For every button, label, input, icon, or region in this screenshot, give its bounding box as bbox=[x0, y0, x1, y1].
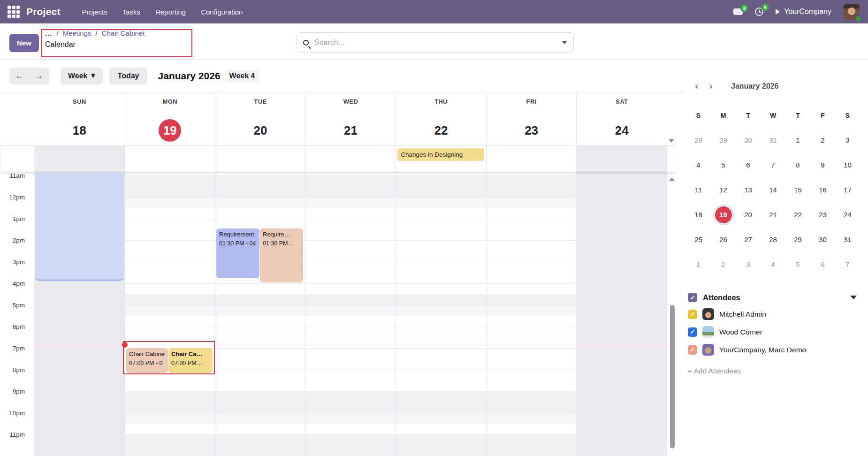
minical-day[interactable]: 27 bbox=[740, 231, 757, 248]
minical-day[interactable]: 6 bbox=[815, 256, 831, 273]
minical-day[interactable]: 5 bbox=[715, 157, 732, 174]
event-chair-cabinet-2[interactable]: Chair Ca… 07:00 PM… bbox=[168, 348, 213, 373]
top-menu-item[interactable]: Reporting bbox=[150, 4, 191, 20]
allday-cell-thu[interactable]: Changes in Designing bbox=[396, 146, 486, 172]
day-header-sun[interactable]: SUN18 bbox=[34, 92, 125, 145]
day-header-wed[interactable]: WED21 bbox=[305, 92, 396, 145]
day-column-sat[interactable] bbox=[576, 172, 667, 456]
attendees-collapse-caret-icon[interactable] bbox=[850, 296, 857, 299]
company-name: YourCompany bbox=[784, 8, 831, 16]
minical-day[interactable]: 11 bbox=[690, 182, 707, 198]
add-attendees-link[interactable]: + Add Attendees bbox=[688, 367, 857, 375]
apps-grid-icon[interactable] bbox=[8, 6, 20, 18]
activities-icon[interactable]: 9 bbox=[755, 8, 763, 16]
minical-day[interactable]: 17 bbox=[839, 182, 856, 198]
app-name[interactable]: Project bbox=[26, 6, 61, 17]
minical-day[interactable]: 6 bbox=[740, 157, 757, 174]
event-changes-in-designing[interactable]: Changes in Designing bbox=[397, 148, 484, 161]
new-button[interactable]: New bbox=[9, 34, 39, 52]
vertical-scrollbar[interactable] bbox=[670, 172, 675, 456]
day-column-wed[interactable] bbox=[305, 172, 396, 456]
scroll-down-arrow-icon[interactable] bbox=[669, 139, 674, 143]
day-column-mon[interactable] bbox=[125, 172, 215, 456]
minical-day[interactable]: 8 bbox=[790, 157, 807, 174]
breadcrumb-link-meetings[interactable]: Meetings bbox=[63, 29, 91, 37]
company-switcher[interactable]: YourCompany bbox=[776, 8, 831, 16]
allday-cell-wed[interactable] bbox=[305, 146, 396, 172]
minical-day[interactable]: 20 bbox=[740, 206, 757, 223]
minical-day[interactable]: 30 bbox=[815, 231, 831, 248]
minical-day[interactable]: 23 bbox=[815, 206, 831, 223]
minical-day[interactable]: 30 bbox=[740, 132, 757, 149]
minical-day[interactable]: 12 bbox=[715, 182, 732, 198]
minical-day[interactable]: 22 bbox=[790, 206, 807, 223]
allday-cell-mon[interactable] bbox=[125, 146, 215, 172]
event-chair-cabinet-1[interactable]: Chair Cabine 07:00 PM - 0 bbox=[126, 348, 168, 373]
attendees-checkbox[interactable]: ✓ bbox=[688, 293, 697, 302]
day-header-fri[interactable]: FRI23 bbox=[486, 92, 577, 145]
minical-day[interactable]: 4 bbox=[690, 157, 707, 174]
attendee-checkbox[interactable]: ✓ bbox=[688, 327, 697, 337]
minical-day[interactable]: 25 bbox=[690, 231, 707, 248]
minical-day[interactable]: 2 bbox=[815, 132, 831, 149]
minical-day[interactable]: 14 bbox=[765, 182, 782, 198]
allday-cell-fri[interactable] bbox=[486, 146, 577, 172]
day-header-mon[interactable]: MON19 bbox=[125, 92, 215, 145]
day-header-sat[interactable]: SAT24 bbox=[576, 92, 667, 145]
minical-day[interactable]: 24 bbox=[839, 206, 856, 223]
selected-time-range[interactable] bbox=[35, 173, 124, 281]
minical-day[interactable]: 1 bbox=[690, 256, 707, 273]
minical-day[interactable]: 4 bbox=[765, 256, 782, 273]
day-header-tue[interactable]: TUE20 bbox=[215, 92, 305, 145]
top-menu-item[interactable]: Tasks bbox=[117, 4, 146, 20]
allday-cell-tue[interactable] bbox=[215, 146, 305, 172]
breadcrumb-link-chair-cabinet[interactable]: Chair Cabinet bbox=[102, 29, 145, 37]
minical-day[interactable]: 5 bbox=[790, 256, 807, 273]
day-column-fri[interactable] bbox=[486, 172, 577, 456]
prev-week-button[interactable]: ← bbox=[9, 68, 29, 84]
minical-day[interactable]: 26 bbox=[715, 231, 732, 248]
minical-day[interactable]: 31 bbox=[765, 132, 782, 149]
next-week-button[interactable]: → bbox=[30, 68, 49, 84]
minical-day[interactable]: 19 bbox=[715, 206, 732, 223]
minical-day[interactable]: 9 bbox=[815, 157, 831, 174]
minical-day[interactable]: 31 bbox=[839, 231, 856, 248]
minical-day[interactable]: 29 bbox=[715, 132, 732, 149]
minical-day[interactable]: 2 bbox=[715, 256, 732, 273]
top-menu-item[interactable]: Projects bbox=[76, 4, 113, 20]
attendee-checkbox[interactable]: ✓ bbox=[688, 310, 697, 319]
search-dropdown-caret-icon[interactable] bbox=[562, 41, 567, 44]
allday-cell-sat[interactable] bbox=[576, 146, 667, 172]
view-mode-dropdown[interactable]: Week▾ bbox=[61, 68, 103, 84]
minical-day[interactable]: 7 bbox=[839, 256, 856, 273]
event-requirements-2[interactable]: Require… 01:30 PM… bbox=[260, 228, 303, 282]
attendee-checkbox[interactable]: ✓ bbox=[688, 345, 697, 355]
scrollbar-thumb[interactable] bbox=[670, 305, 675, 448]
minical-day[interactable]: 1 bbox=[790, 132, 807, 149]
breadcrumb-ellipsis[interactable]: ... bbox=[45, 29, 53, 37]
messages-icon[interactable]: 8 bbox=[733, 8, 743, 15]
minical-next-icon[interactable]: › bbox=[704, 81, 718, 92]
minical-day[interactable]: 13 bbox=[740, 182, 757, 198]
user-avatar[interactable] bbox=[844, 4, 860, 20]
minical-day[interactable]: 28 bbox=[690, 132, 707, 149]
minical-day[interactable]: 3 bbox=[839, 132, 856, 149]
minical-day[interactable]: 3 bbox=[740, 256, 757, 273]
minical-day[interactable]: 18 bbox=[690, 206, 707, 223]
minical-day[interactable]: 28 bbox=[765, 231, 782, 248]
day-header-thu[interactable]: THU22 bbox=[396, 92, 486, 145]
day-column-thu[interactable] bbox=[396, 172, 486, 456]
top-menu-item[interactable]: Configuration bbox=[195, 4, 248, 20]
event-requirements-1[interactable]: Requirement 01:30 PM - 04 bbox=[216, 228, 259, 278]
today-button[interactable]: Today bbox=[109, 68, 148, 84]
minical-day[interactable]: 29 bbox=[790, 231, 807, 248]
minical-prev-icon[interactable]: ‹ bbox=[690, 81, 704, 92]
allday-cell-sun[interactable] bbox=[34, 146, 125, 172]
search-input[interactable] bbox=[314, 38, 562, 47]
minical-day[interactable]: 15 bbox=[790, 182, 807, 198]
minical-day[interactable]: 16 bbox=[815, 182, 831, 198]
minical-day[interactable]: 7 bbox=[765, 157, 782, 174]
minical-day[interactable]: 10 bbox=[839, 157, 856, 174]
day-column-tue[interactable] bbox=[215, 172, 305, 456]
minical-day[interactable]: 21 bbox=[765, 206, 782, 223]
